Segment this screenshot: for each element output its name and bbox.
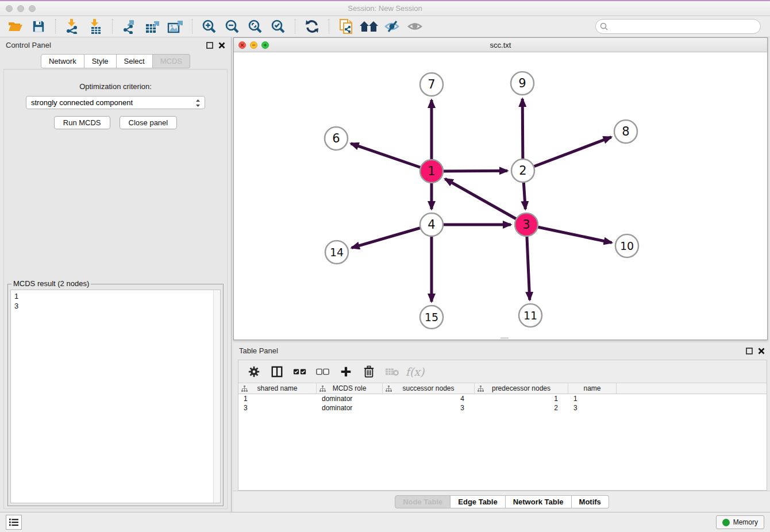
eye-slash-icon <box>384 20 400 33</box>
save-session-button[interactable] <box>29 18 48 35</box>
table-panel-header: Table Panel <box>233 343 770 358</box>
refresh-icon <box>305 20 319 33</box>
node-label: 4 <box>428 218 435 232</box>
graph-node-6[interactable]: 6 <box>325 127 348 150</box>
cell-mcds-role[interactable]: dominator <box>317 403 383 413</box>
toolbar-separator <box>192 19 192 34</box>
trash-icon <box>363 365 375 378</box>
table-row[interactable]: 3dominator323 <box>238 403 767 413</box>
fx-icon: f(x) <box>406 365 425 378</box>
column-header-name[interactable]: name <box>568 383 617 394</box>
tab-select[interactable]: Select <box>117 54 153 68</box>
open-session-button[interactable] <box>6 18 25 35</box>
memory-button[interactable]: Memory <box>716 515 764 529</box>
graph-node-15[interactable]: 15 <box>420 306 443 329</box>
export-network-button[interactable] <box>120 18 139 35</box>
unchecked-boxes-icon <box>316 367 330 376</box>
tab-style[interactable]: Style <box>84 54 117 68</box>
network-graph: 7968124314101511 <box>234 52 767 340</box>
float-table-panel-icon[interactable] <box>746 348 753 354</box>
cell-name[interactable]: 1 <box>568 394 617 403</box>
edge-2-8[interactable] <box>523 137 611 171</box>
node-label: 15 <box>425 311 438 323</box>
graph-node-11[interactable]: 11 <box>519 304 542 327</box>
control-panel-tabs: NetworkStyleSelectMCDS <box>0 54 231 68</box>
column-selector-button[interactable] <box>268 364 286 380</box>
export-table-button[interactable] <box>143 18 162 35</box>
cell-predecessor-nodes[interactable]: 1 <box>475 394 568 403</box>
optimization-criterion-select[interactable]: strongly connected component <box>26 96 205 109</box>
table-body: 1dominator4113dominator323 <box>238 394 767 490</box>
tab-edge-table[interactable]: Edge Table <box>451 495 505 508</box>
mcds-panel: Optimization criterion: strongly connect… <box>3 69 228 509</box>
tab-node-table[interactable]: Node Table <box>395 495 451 508</box>
select-all-button[interactable] <box>291 364 309 380</box>
column-header-mcds-role[interactable]: MCDS role <box>317 383 383 394</box>
close-panel-icon[interactable] <box>218 42 225 49</box>
zoom-out-button[interactable] <box>222 18 242 35</box>
column-header-successor-nodes[interactable]: successor nodes <box>383 383 475 394</box>
graph-node-4[interactable]: 4 <box>420 213 443 236</box>
network-canvas[interactable]: 7968124314101511 <box>234 52 767 340</box>
graph-node-3[interactable]: 3 <box>515 213 538 236</box>
edge-4-14[interactable] <box>352 225 432 248</box>
cell-name[interactable]: 3 <box>568 403 617 413</box>
zoom-in-button[interactable] <box>199 18 219 35</box>
graph-node-14[interactable]: 14 <box>325 241 348 264</box>
zoom-selected-button[interactable] <box>268 18 288 35</box>
zoom-fit-button[interactable] <box>245 18 265 35</box>
graph-node-9[interactable]: 9 <box>511 72 534 95</box>
delete-column-button[interactable] <box>360 364 378 380</box>
column-header-shared-name[interactable]: shared name <box>238 383 317 394</box>
graph-node-1[interactable]: 1 <box>420 160 443 183</box>
duplicate-network-button[interactable] <box>336 18 356 35</box>
export-network-icon <box>122 19 137 34</box>
task-history-button[interactable] <box>6 515 22 530</box>
graph-node-7[interactable]: 7 <box>420 73 443 96</box>
edge-1-6[interactable] <box>351 144 432 171</box>
home-button[interactable] <box>359 18 379 35</box>
table-settings-button[interactable] <box>245 364 263 380</box>
run-mcds-button[interactable]: Run MCDS <box>54 116 110 129</box>
export-image-button[interactable] <box>165 18 185 35</box>
table-row[interactable]: 1dominator411 <box>238 394 767 403</box>
window-resize-handle[interactable] <box>500 337 509 339</box>
float-panel-icon[interactable] <box>206 42 213 49</box>
tab-network[interactable]: Network <box>41 54 84 68</box>
close-panel-button[interactable]: Close panel <box>120 116 178 129</box>
cell-shared-name[interactable]: 1 <box>238 394 317 403</box>
import-table-button[interactable] <box>86 18 105 35</box>
cell-shared-name[interactable]: 3 <box>238 403 317 413</box>
add-column-button[interactable] <box>337 364 355 380</box>
column-type-icon <box>241 385 248 394</box>
edge-3-1[interactable] <box>445 179 526 225</box>
checked-boxes-icon <box>293 367 307 376</box>
graph-node-10[interactable]: 10 <box>615 234 638 257</box>
hide-selected-button[interactable] <box>382 18 402 35</box>
search-field-wrap <box>595 19 761 34</box>
tab-network-table[interactable]: Network Table <box>506 495 572 508</box>
search-input[interactable] <box>595 19 761 34</box>
refresh-button[interactable] <box>302 18 322 35</box>
result-scrollbar[interactable] <box>213 290 220 503</box>
mcds-result-text[interactable]: 1 3 <box>10 290 221 503</box>
cell-predecessor-nodes[interactable]: 2 <box>475 403 568 413</box>
toolbar-separator <box>112 19 113 34</box>
graph-node-8[interactable]: 8 <box>614 120 637 143</box>
close-table-panel-icon[interactable] <box>758 348 765 354</box>
show-all-button[interactable] <box>405 18 425 35</box>
graph-node-2[interactable]: 2 <box>511 159 534 182</box>
cell-successor-nodes[interactable]: 3 <box>383 403 475 413</box>
node-label: 8 <box>622 125 629 138</box>
node-label: 9 <box>518 76 526 90</box>
deselect-all-button[interactable] <box>314 364 332 380</box>
tab-motifs[interactable]: Motifs <box>572 495 609 508</box>
tab-mcds[interactable]: MCDS <box>153 54 190 68</box>
import-network-icon <box>66 19 79 34</box>
cell-successor-nodes[interactable]: 4 <box>383 394 475 403</box>
edge-3-10[interactable] <box>526 225 612 242</box>
import-table-icon <box>88 19 102 34</box>
cell-mcds-role[interactable]: dominator <box>317 394 383 403</box>
import-network-button[interactable] <box>63 18 82 35</box>
column-header-predecessor-nodes[interactable]: predecessor nodes <box>475 383 568 394</box>
